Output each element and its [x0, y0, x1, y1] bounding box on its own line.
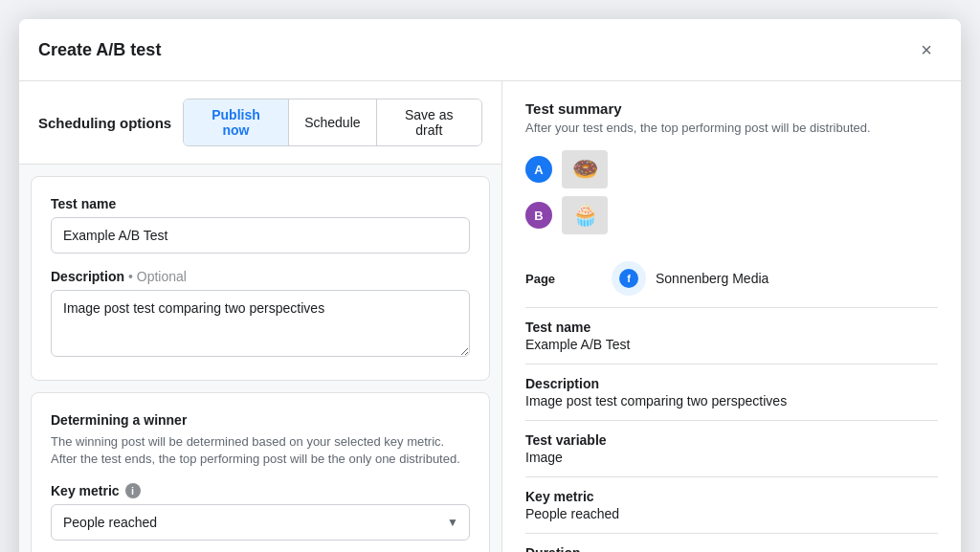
summary-field-value-test-name: Example A/B Test	[525, 337, 938, 352]
description-group: Description• Optional Image post test co…	[51, 269, 470, 361]
summary-row-duration: Duration 1 hour	[525, 534, 938, 552]
winner-section: Determining a winner The winning post wi…	[31, 392, 490, 552]
tab-schedule[interactable]: Schedule	[289, 99, 376, 145]
test-name-label: Test name	[51, 196, 470, 211]
tab-save-draft[interactable]: Save as draft	[377, 99, 481, 145]
page-row-label: Page	[525, 272, 602, 286]
summary-field-value-test-variable: Image	[525, 450, 938, 465]
key-metric-select[interactable]: People reached Post clicks Reactions Com…	[51, 504, 470, 541]
key-metric-label: Key metric	[51, 483, 120, 498]
modal-header: Create A/B test ×	[19, 19, 961, 81]
modal-body: Scheduling options Publish now Schedule …	[19, 81, 961, 552]
description-textarea[interactable]: Image post test comparing two perspectiv…	[51, 290, 470, 357]
summary-subtitle: After your test ends, the top performing…	[525, 121, 938, 135]
summary-field-label-test-name: Test name	[525, 320, 938, 335]
variant-badge-a: A	[525, 156, 552, 183]
description-optional: • Optional	[128, 269, 187, 284]
winner-title: Determining a winner	[51, 412, 470, 428]
summary-field-label-duration: Duration	[525, 545, 938, 552]
variant-image-b: 🧁	[562, 196, 608, 234]
summary-field-label-description: Description	[525, 376, 938, 391]
right-panel: Test summary After your test ends, the t…	[502, 81, 961, 552]
page-name: Sonnenberg Media	[656, 271, 768, 286]
variant-badge-b: B	[525, 202, 552, 229]
description-label: Description• Optional	[51, 269, 470, 284]
summary-row-description: Description Image post test comparing tw…	[525, 364, 938, 421]
variant-thumb-a: 🍩	[562, 150, 608, 188]
modal-title: Create A/B test	[38, 40, 161, 60]
scheduling-tabs: Publish now Schedule Save as draft	[183, 99, 482, 146]
key-metric-select-wrapper: People reached Post clicks Reactions Com…	[51, 504, 470, 541]
summary-field-label-key-metric: Key metric	[525, 489, 938, 504]
key-metric-label-row: Key metric i	[51, 483, 470, 498]
variant-row-a: A 🍩	[525, 150, 938, 188]
summary-field-value-key-metric: People reached	[525, 506, 938, 521]
winner-description: The winning post will be determined base…	[51, 433, 470, 468]
page-avatar: f	[612, 261, 646, 296]
summary-title: Test summary	[525, 100, 938, 117]
left-panel: Scheduling options Publish now Schedule …	[19, 81, 502, 552]
ab-variants: A 🍩 B 🧁	[525, 150, 938, 234]
variant-image-a: 🍩	[562, 150, 608, 188]
scheduling-bar: Scheduling options Publish now Schedule …	[19, 81, 501, 165]
summary-row-key-metric: Key metric People reached	[525, 477, 938, 534]
summary-field-label-test-variable: Test variable	[525, 432, 938, 448]
test-name-input[interactable]	[51, 217, 470, 254]
variant-thumb-b: 🧁	[562, 196, 608, 234]
create-ab-test-modal: Create A/B test × Scheduling options Pub…	[19, 19, 961, 552]
svg-text:f: f	[627, 273, 631, 284]
close-button[interactable]: ×	[911, 34, 942, 65]
test-info-section: Test name Description• Optional Image po…	[31, 176, 490, 381]
page-row: Page f Sonnenberg Media	[525, 250, 938, 308]
scheduling-label: Scheduling options	[38, 115, 167, 131]
summary-field-value-description: Image post test comparing two perspectiv…	[525, 393, 938, 408]
summary-row-test-name: Test name Example A/B Test	[525, 308, 938, 364]
tab-publish-now[interactable]: Publish now	[184, 99, 289, 145]
test-name-group: Test name	[51, 196, 470, 254]
key-metric-group: Key metric i People reached Post clicks …	[51, 483, 470, 541]
summary-row-test-variable: Test variable Image	[525, 421, 938, 477]
variant-row-b: B 🧁	[525, 196, 938, 234]
key-metric-info-icon[interactable]: i	[125, 483, 141, 498]
